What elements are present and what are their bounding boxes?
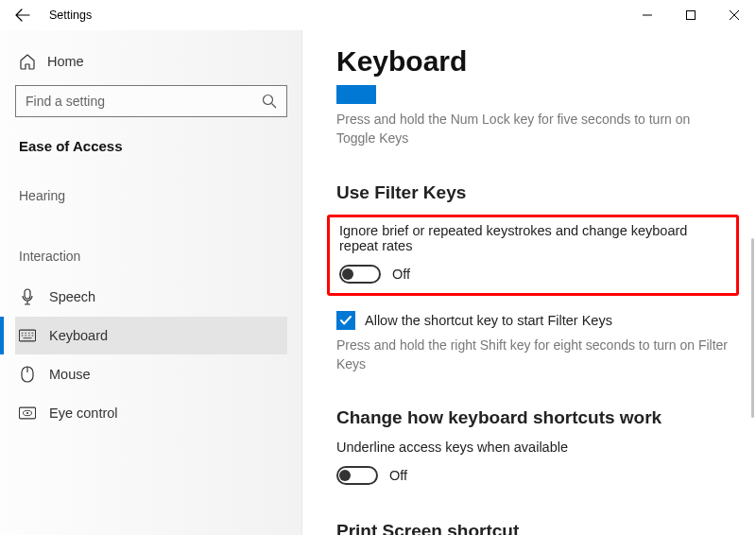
- sidebar-item-label: Mouse: [49, 367, 91, 382]
- nav-group-interaction: Interaction: [15, 216, 287, 277]
- close-button[interactable]: [713, 0, 756, 30]
- filter-keys-toggle[interactable]: [339, 265, 381, 284]
- filter-keys-hint: Press and hold the right Shift key for e…: [336, 336, 731, 374]
- svg-rect-0: [687, 11, 696, 20]
- category-title: Ease of Access: [15, 134, 287, 160]
- toggle-knob: [339, 470, 351, 481]
- sidebar-item-keyboard[interactable]: Keyboard: [15, 317, 287, 354]
- svg-rect-2: [25, 289, 30, 299]
- page-title: Keyboard: [336, 45, 731, 78]
- minimize-button[interactable]: [626, 0, 669, 30]
- sidebar-item-label: Speech: [49, 289, 95, 304]
- truncated-toggle: [336, 85, 376, 104]
- sidebar-item-mouse[interactable]: Mouse: [15, 354, 287, 394]
- content-pane: Keyboard Press and hold the Num Lock key…: [302, 30, 756, 535]
- maximize-button[interactable]: [669, 0, 713, 30]
- back-arrow-icon: [15, 8, 30, 23]
- allow-shortcut-label: Allow the shortcut key to start Filter K…: [365, 313, 612, 328]
- sidebar-item-speech[interactable]: Speech: [15, 277, 287, 317]
- search-box[interactable]: [15, 85, 287, 117]
- minimize-icon: [643, 10, 652, 20]
- maximize-icon: [686, 10, 696, 20]
- sidebar: Home Ease of Access Hearing Interaction …: [0, 30, 302, 535]
- svg-point-1: [264, 95, 273, 105]
- checkmark-icon: [339, 314, 352, 327]
- eye-control-icon: [19, 406, 36, 420]
- titlebar: Settings: [0, 0, 756, 30]
- section-print-screen: Print Screen shortcut: [336, 521, 731, 535]
- sidebar-item-label: Eye control: [49, 406, 118, 421]
- home-label: Home: [47, 54, 84, 69]
- nav-group-hearing: Hearing: [15, 160, 287, 216]
- search-icon: [262, 94, 277, 109]
- keyboard-icon: [19, 329, 36, 342]
- underline-keys-toggle[interactable]: [336, 466, 378, 485]
- close-icon: [730, 10, 739, 20]
- toggle-keys-description: Press and hold the Num Lock key for five…: [336, 110, 731, 148]
- underline-keys-toggle-label: Off: [389, 468, 407, 483]
- scrollbar-thumb[interactable]: [751, 238, 754, 418]
- window-title: Settings: [49, 9, 92, 22]
- filter-keys-description: Ignore brief or repeated keystrokes and …: [339, 223, 727, 253]
- section-filter-keys: Use Filter Keys: [336, 182, 731, 203]
- filter-keys-toggle-label: Off: [392, 267, 410, 282]
- highlight-box: Ignore brief or repeated keystrokes and …: [327, 215, 739, 296]
- sidebar-item-label: Keyboard: [49, 328, 108, 343]
- home-icon: [19, 53, 36, 70]
- back-button[interactable]: [13, 6, 32, 25]
- sidebar-item-eye-control[interactable]: Eye control: [15, 394, 287, 432]
- microphone-icon: [19, 288, 36, 305]
- allow-shortcut-checkbox[interactable]: [336, 311, 355, 330]
- section-shortcuts: Change how keyboard shortcuts work: [336, 407, 731, 428]
- underline-keys-label: Underline access keys when available: [336, 440, 731, 455]
- search-input[interactable]: [26, 94, 262, 109]
- toggle-knob: [342, 268, 353, 280]
- sidebar-item-home[interactable]: Home: [15, 47, 287, 81]
- svg-point-7: [26, 412, 28, 414]
- mouse-icon: [19, 366, 36, 383]
